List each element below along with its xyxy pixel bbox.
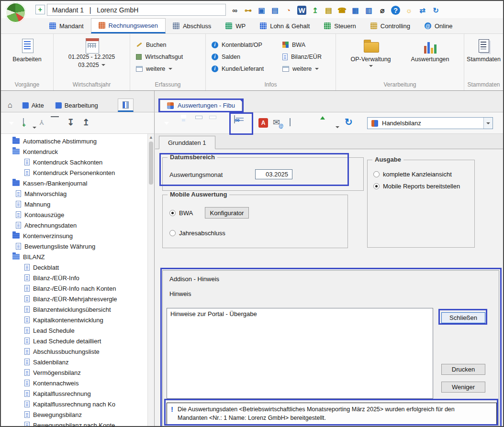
fax-list-icon[interactable]: ▤ xyxy=(324,6,333,15)
binoculars-icon[interactable]: ∞ xyxy=(230,6,239,15)
clock-icon[interactable]: ◔ xyxy=(284,6,293,15)
tree-item[interactable]: Kontendruck Sachkonten xyxy=(1,157,147,167)
tab-auswertungen-panel[interactable] xyxy=(118,99,134,112)
tree-item[interactable]: Kontendruck Personenkonten xyxy=(1,167,147,178)
tree-item[interactable]: Kassen-/Bankenjournal xyxy=(1,178,147,188)
tree-item[interactable]: Automatische Abstimmung xyxy=(1,136,147,146)
home-icon[interactable]: ⌂ xyxy=(4,99,16,112)
tree-item[interactable]: Mahnung xyxy=(1,199,147,209)
tree-item[interactable]: Kontoauszüge xyxy=(1,209,147,220)
report-type-select[interactable]: Handelsbilanz xyxy=(367,117,493,129)
search-icon[interactable]: ⌀ xyxy=(378,6,387,15)
doc-flag-icon[interactable]: ▥ xyxy=(364,6,373,15)
drucken-button[interactable]: Drucken xyxy=(441,364,485,375)
tree-item[interactable]: Vermögensbilanz xyxy=(1,367,147,378)
auswertungsmonat-input[interactable]: 03.2025 xyxy=(255,169,292,179)
word-export-icon[interactable]: W xyxy=(297,6,306,15)
preview-glasses-button[interactable] xyxy=(234,115,235,123)
weitere-infos-button[interactable]: weitere xyxy=(277,63,334,75)
email-button[interactable]: ✉ xyxy=(273,118,280,127)
radio-bwa[interactable]: BWA xyxy=(169,209,193,217)
hinweis-textarea[interactable]: Hinweise zur Portal - Übergabe xyxy=(167,308,433,399)
radio-komplette-kanzleiansicht[interactable]: komplette Kanzleiansicht xyxy=(373,171,452,178)
tree-item[interactable]: Kapitalflussrechnung xyxy=(1,388,147,399)
addin-icon[interactable]: + xyxy=(35,5,45,14)
wirtschaftsjahr-button[interactable]: 01.2025 - 12.2025 03.2025 xyxy=(54,34,130,68)
idea-icon[interactable]: ☼ xyxy=(404,6,414,15)
branch-icon[interactable]: Y xyxy=(39,119,44,127)
buchen-button[interactable]: Buchen xyxy=(130,39,205,51)
tab-bearbeitung[interactable]: Bearbeitung xyxy=(49,99,103,112)
scrollbar-thumb[interactable] xyxy=(149,142,153,185)
chevron-down-icon[interactable] xyxy=(336,126,339,128)
op-verwaltung-button[interactable]: OP-Verwaltung xyxy=(351,34,391,67)
tree-item[interactable]: Bilanz-/EÜR-Mehrjahresvergle xyxy=(1,294,147,304)
bearbeiten-button[interactable]: Bearbeiten xyxy=(1,34,53,63)
ribbon-tab-wp[interactable]: WP xyxy=(218,18,253,33)
tree-item[interactable]: Deckblatt xyxy=(1,262,147,273)
bilanz-eur-button[interactable]: Bilanz/EÜR xyxy=(277,51,334,63)
schliessen-button[interactable]: Schließen xyxy=(441,312,485,323)
tree-item[interactable]: Bewegungsbilanz xyxy=(1,409,147,420)
tree-scrollbar[interactable]: ▲ xyxy=(147,134,154,426)
tree-item[interactable]: Bewegungsbilanz nach Konte xyxy=(1,420,147,426)
salden-button[interactable]: Salden xyxy=(206,51,277,63)
auswertungen-button[interactable]: Auswertungen xyxy=(411,34,449,67)
bwa-button[interactable]: BWA xyxy=(277,39,334,51)
copy-doc-icon[interactable]: ▣ xyxy=(257,6,266,15)
konfigurator-button[interactable]: Konfigurator xyxy=(205,207,249,219)
tree-item[interactable]: Lead Schedule xyxy=(1,325,147,336)
weitere-erfassung-button[interactable]: weitere xyxy=(130,63,205,75)
stammdaten-button[interactable]: Stammdaten xyxy=(464,34,503,63)
tree-item[interactable]: Bilanzentwicklungsübersicht xyxy=(1,304,147,315)
calculator-icon[interactable]: ▦ xyxy=(351,6,360,15)
tree-item[interactable]: Kapitalflussrechnung nach Ko xyxy=(1,399,147,409)
export-button[interactable]: ↥ xyxy=(82,118,90,127)
tree-item[interactable]: Kontenverzinsung xyxy=(1,230,147,241)
refresh-button[interactable]: ↻ xyxy=(345,117,353,127)
ribbon-tab-steuern[interactable]: Steuern xyxy=(317,18,363,33)
doc-preview-icon[interactable]: ▤ xyxy=(270,6,280,15)
import-button[interactable]: ↧ xyxy=(67,118,74,127)
tree-item[interactable]: Bewertungsliste Währung xyxy=(1,241,147,252)
combo-dropdown-button[interactable] xyxy=(483,118,493,129)
tree-item[interactable]: Abschlussbuchungsliste xyxy=(1,346,147,357)
ribbon-tab-abschluss[interactable]: Abschluss xyxy=(166,18,218,33)
radio-mobile-reports[interactable]: Mobile Reports bereitstellen xyxy=(373,183,460,190)
tree-item[interactable]: Kontennachweis xyxy=(1,378,147,388)
tab-auswertungen-fibu[interactable]: Auswertungen - Fibu xyxy=(160,99,242,112)
tree-item[interactable]: Abrechnungsdaten xyxy=(1,220,147,230)
ribbon-tab-controlling[interactable]: Controlling xyxy=(363,18,417,33)
refresh-history-icon[interactable]: ↻ xyxy=(431,6,440,15)
tree-item[interactable]: Kapitalkontenentwicklung xyxy=(1,315,147,325)
scroll-up-icon[interactable]: ▲ xyxy=(148,135,154,140)
weniger-button[interactable]: Weniger xyxy=(441,382,485,393)
new-item-button[interactable] xyxy=(23,118,24,126)
pdf-export-button[interactable]: A xyxy=(258,118,268,128)
ribbon-tab-rechnungswesen[interactable]: Rechnungswesen xyxy=(91,18,166,33)
ribbon-tab-lohn-gehalt[interactable]: Lohn & Gehalt xyxy=(253,18,317,33)
doc-import-icon[interactable]: ↥ xyxy=(311,6,320,15)
user-key-icon[interactable]: ⊶ xyxy=(244,6,253,15)
client-selector-field[interactable]: Mandant 1 | Lorenz GmbH xyxy=(47,4,226,16)
ribbon-tab-online[interactable]: @Online xyxy=(417,18,460,33)
post-horn-icon[interactable]: ☎ xyxy=(337,6,347,15)
kontenblatt-op-button[interactable]: Kontenblatt/OP xyxy=(206,39,277,51)
tree-item[interactable]: Bilanz-/EÜR-Info xyxy=(1,273,147,283)
sync-arrows-icon[interactable]: ⇄ xyxy=(418,6,427,15)
kunde-lieferant-button[interactable]: Kunde/Lieferant xyxy=(206,63,277,75)
tree-item[interactable]: Mahnvorschlag xyxy=(1,188,147,199)
tree-item[interactable]: Saldenbilanz xyxy=(1,357,147,367)
ribbon-tab-mandant[interactable]: Mandant xyxy=(42,18,91,33)
tree-item[interactable]: Lead Schedule detailliert xyxy=(1,336,147,346)
wirtschaftsgut-button[interactable]: Wirtschaftsgut xyxy=(130,51,205,63)
copy-button[interactable] xyxy=(290,118,291,126)
tab-akte[interactable]: Akte xyxy=(16,99,49,112)
radio-jahresabschluss[interactable]: Jahresabschluss xyxy=(169,230,225,237)
tree-item[interactable]: Kontendruck xyxy=(1,146,147,157)
fiscal-month-select[interactable]: 03.2025 xyxy=(78,62,105,68)
tree-item[interactable]: Bilanz-/EÜR-Info nach Konten xyxy=(1,283,147,294)
chevron-down-icon[interactable] xyxy=(33,127,36,129)
tree-item[interactable]: BILANZ xyxy=(1,252,147,262)
help-icon[interactable]: ? xyxy=(391,6,400,15)
